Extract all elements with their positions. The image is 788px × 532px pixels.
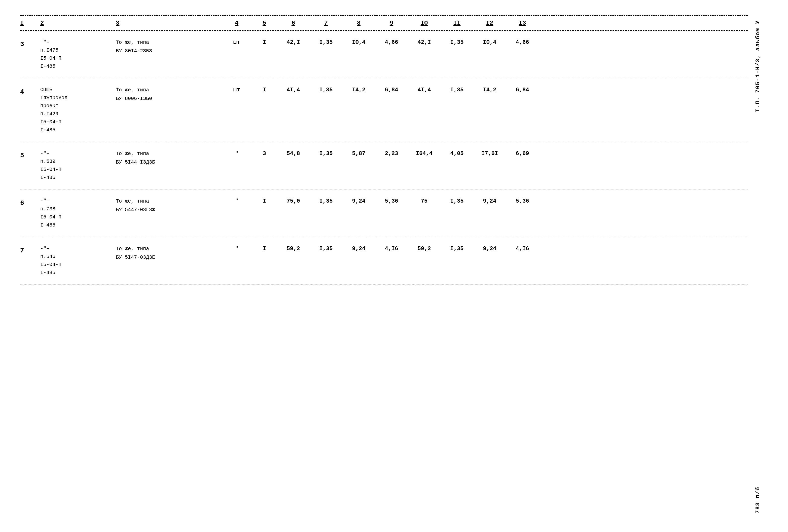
table-row: 3-"–п.I475I5-04-ПI-485То же, типаБУ 80I4…	[20, 31, 748, 78]
row-cell-5: I	[252, 245, 277, 253]
row-cell-10: 42,I	[408, 38, 440, 46]
row-cell-5: I	[252, 197, 277, 205]
row-cell-11: I,35	[440, 245, 473, 253]
row-cell-9: 2,23	[375, 149, 408, 158]
table-row: 5-"–п.539I5-04-ПI-485То же, типаБУ 5I44-…	[20, 142, 748, 189]
row-description: То же, типаБУ 5I47-03Д3Е	[116, 245, 221, 262]
row-cell-8: 5,87	[342, 149, 375, 158]
row-cell-13: 4,66	[506, 38, 539, 46]
header-col-11: II	[440, 20, 473, 26]
row-cell-10: 4I,4	[408, 86, 440, 94]
header-col-6: 6	[277, 20, 310, 26]
row-cell-13: 6,69	[506, 149, 539, 158]
row-number: 4	[20, 86, 40, 97]
row-cell-8: 9,24	[342, 245, 375, 253]
side-labels: Т.П. 705-1-Н/3, альбом У 783 п/б	[748, 15, 768, 518]
row-description: То же, типаБУ 5I44-IЗД3Б	[116, 149, 221, 167]
row-cell-6: 4I,4	[277, 86, 310, 94]
row-reference: СЦШБТяжпромэлпроектп.I429I5-04-ПI-485	[40, 86, 116, 134]
row-cell-4: "	[221, 197, 252, 205]
row-description: То же, типаБУ 80I4-2ЗБЗ	[116, 38, 221, 55]
side-label-bottom: 783 п/б	[755, 487, 761, 513]
row-description: То же, типаБУ 5447-03Г3Ж	[116, 197, 221, 214]
row-reference: -"–п.738I5-04-ПI-485	[40, 197, 116, 229]
row-cell-7: I,35	[310, 86, 342, 94]
row-cell-4: "	[221, 245, 252, 253]
row-cell-7: I,35	[310, 197, 342, 205]
table-row: 7-"–п.546I5-04-ПI-485То же, типаБУ 5I47-…	[20, 237, 748, 285]
row-cell-4: шт	[221, 38, 252, 46]
side-label-top: Т.П. 705-1-Н/3, альбом У	[755, 20, 761, 112]
table-row: 4СЦШБТяжпромэлпроектп.I429I5-04-ПI-485То…	[20, 78, 748, 142]
row-number: 5	[20, 149, 40, 161]
header-col-3: 3	[116, 20, 221, 26]
header-col-2: 2	[40, 20, 116, 26]
row-cell-7: I,35	[310, 149, 342, 158]
header-col-10: IO	[408, 20, 440, 26]
row-cell-10: 75	[408, 197, 440, 205]
header-col-1: I	[20, 20, 40, 26]
row-cell-7: I,35	[310, 38, 342, 46]
row-cell-13: 5,36	[506, 197, 539, 205]
row-reference: -"–п.I475I5-04-ПI-485	[40, 38, 116, 70]
row-cell-12: I7,6I	[473, 149, 506, 158]
header-col-9: 9	[375, 20, 408, 26]
row-cell-11: 4,05	[440, 149, 473, 158]
table-row: 6-"–п.738I5-04-ПI-485То же, типаБУ 5447-…	[20, 189, 748, 237]
row-cell-13: 4,I6	[506, 245, 539, 253]
row-cell-5: I	[252, 38, 277, 46]
row-cell-6: 42,I	[277, 38, 310, 46]
row-cell-9: 5,36	[375, 197, 408, 205]
header-col-13: I3	[506, 20, 539, 26]
table-body: 3-"–п.I475I5-04-ПI-485То же, типаБУ 80I4…	[20, 31, 768, 285]
row-cell-10: 59,2	[408, 245, 440, 253]
row-number: 7	[20, 245, 40, 256]
row-cell-9: 6,84	[375, 86, 408, 94]
row-cell-12: I4,2	[473, 86, 506, 94]
row-number: 3	[20, 38, 40, 49]
row-cell-9: 4,I6	[375, 245, 408, 253]
row-cell-5: 3	[252, 149, 277, 158]
row-cell-12: IO,4	[473, 38, 506, 46]
row-cell-12: 9,24	[473, 245, 506, 253]
row-cell-6: 75,0	[277, 197, 310, 205]
row-cell-9: 4,66	[375, 38, 408, 46]
page-container: Т.П. 705-1-Н/3, альбом У 783 п/б I 2 3 4…	[20, 15, 768, 518]
row-cell-8: I4,2	[342, 86, 375, 94]
row-cell-6: 54,8	[277, 149, 310, 158]
header-col-7: 7	[310, 20, 342, 26]
row-cell-5: I	[252, 86, 277, 94]
row-cell-11: I,35	[440, 86, 473, 94]
row-cell-7: I,35	[310, 245, 342, 253]
row-cell-10: I64,4	[408, 149, 440, 158]
row-cell-4: шт	[221, 86, 252, 94]
row-description: То же, типаБУ 8006-IЗБ0	[116, 86, 221, 103]
row-cell-6: 59,2	[277, 245, 310, 253]
row-cell-8: 9,24	[342, 197, 375, 205]
row-cell-13: 6,84	[506, 86, 539, 94]
row-cell-4: "	[221, 149, 252, 158]
row-cell-12: 9,24	[473, 197, 506, 205]
row-reference: -"–п.546I5-04-ПI-485	[40, 245, 116, 277]
header-col-8: 8	[342, 20, 375, 26]
row-reference: -"–п.539I5-04-ПI-485	[40, 149, 116, 182]
header-col-5: 5	[252, 20, 277, 26]
row-cell-11: I,35	[440, 197, 473, 205]
row-number: 6	[20, 197, 40, 208]
row-cell-8: IO,4	[342, 38, 375, 46]
table-header: I 2 3 4 5 6 7 8 9 IO II I2 I3	[20, 16, 748, 31]
row-cell-11: I,35	[440, 38, 473, 46]
header-col-4: 4	[221, 20, 252, 26]
header-col-12: I2	[473, 20, 506, 26]
